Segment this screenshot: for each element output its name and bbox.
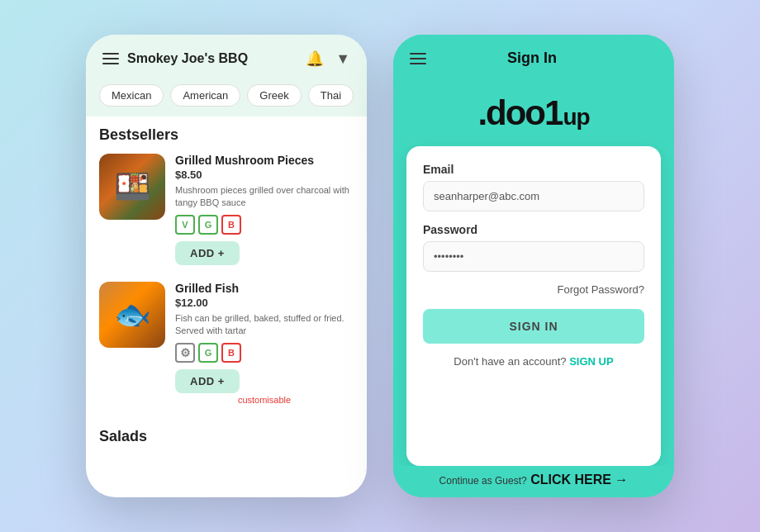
food-item-mushroom: 🍱 Grilled Mushroom Pieces $8.50 Mushroom…: [99, 154, 354, 265]
food-desc-fish: Fish can be grilled, baked, stuffed or f…: [175, 312, 354, 338]
category-tabs: Mexican American Greek Thai: [86, 78, 367, 116]
tag-veg: V: [175, 215, 195, 235]
restaurant-name: Smokey Joe's BBQ: [127, 51, 248, 66]
left-phone-header: Smokey Joe's BBQ 🔔 ▼: [86, 35, 367, 78]
form-card: Email Password Forgot Password? SIGN IN …: [406, 146, 661, 466]
left-phone: Smokey Joe's BBQ 🔔 ▼ Mexican American Gr…: [86, 35, 367, 497]
sign-in-button[interactable]: SIGN IN: [423, 309, 644, 344]
food-name-mushroom: Grilled Mushroom Pieces: [175, 154, 354, 167]
header-icons: 🔔 ▼: [306, 50, 350, 68]
salads-section: Salads: [99, 421, 354, 445]
category-tab-american[interactable]: American: [170, 84, 240, 107]
tag-settings: ⚙: [175, 343, 195, 363]
header-left: Smokey Joe's BBQ: [102, 51, 248, 66]
email-label: Email: [423, 163, 644, 176]
app-logo: .doo1up: [477, 93, 589, 133]
right-hamburger-icon[interactable]: [410, 53, 426, 64]
sign-in-title: Sign In: [426, 50, 638, 67]
click-here-link[interactable]: CLICK HERE →: [530, 473, 628, 487]
food-price-fish: $12.00: [175, 297, 354, 309]
phones-container: Smokey Joe's BBQ 🔔 ▼ Mexican American Gr…: [86, 35, 674, 497]
right-phone: Sign In .doo1up Email Password Forgot Pa…: [393, 35, 674, 497]
no-account-label: Don't have an account?: [454, 355, 566, 368]
right-phone-header: Sign In: [393, 35, 674, 74]
bell-icon[interactable]: 🔔: [306, 50, 324, 68]
tag-b2: B: [221, 343, 241, 363]
food-desc-mushroom: Mushroom pieces grilled over charcoal wi…: [175, 184, 354, 210]
sign-up-link[interactable]: SIGN UP: [569, 355, 613, 368]
food-tags-fish: ⚙ G B: [175, 343, 354, 363]
phone-bottom: Continue as Guest? CLICK HERE →: [393, 466, 674, 497]
tag-b1: B: [221, 215, 241, 235]
food-image-mushroom: 🍱: [99, 154, 165, 220]
food-item-fish: 🐟 Grilled Fish $12.00 Fish can be grille…: [99, 282, 354, 405]
add-mushroom-button[interactable]: ADD +: [175, 241, 240, 265]
bestsellers-title: Bestsellers: [99, 126, 354, 144]
forgot-password-link[interactable]: Forgot Password?: [423, 283, 644, 296]
logo-section: .doo1up: [393, 74, 674, 146]
category-tab-mexican[interactable]: Mexican: [99, 84, 164, 107]
food-image-fish: 🐟: [99, 282, 165, 348]
add-fish-button[interactable]: ADD +: [175, 369, 240, 393]
email-input[interactable]: [423, 181, 644, 211]
tag-g2: G: [198, 343, 218, 363]
salads-title: Salads: [99, 428, 354, 445]
guest-text: Continue as Guest?: [439, 475, 527, 487]
password-label: Password: [423, 223, 644, 236]
filter-icon[interactable]: ▼: [335, 50, 350, 68]
hamburger-menu-icon[interactable]: [102, 53, 119, 64]
no-account-text: Don't have an account? SIGN UP: [423, 355, 644, 368]
category-tab-thai[interactable]: Thai: [308, 84, 354, 107]
food-price-mushroom: $8.50: [175, 169, 354, 181]
food-details-fish: Grilled Fish $12.00 Fish can be grilled,…: [175, 282, 354, 405]
food-tags-mushroom: V G B: [175, 215, 354, 235]
food-name-fish: Grilled Fish: [175, 282, 354, 295]
phone-content: Bestsellers 🍱 Grilled Mushroom Pieces $8…: [86, 116, 367, 496]
customisable-label: customisable: [175, 395, 354, 405]
password-input[interactable]: [423, 241, 644, 272]
category-tab-greek[interactable]: Greek: [247, 84, 301, 107]
tag-g1: G: [198, 215, 218, 235]
food-details-mushroom: Grilled Mushroom Pieces $8.50 Mushroom p…: [175, 154, 354, 265]
